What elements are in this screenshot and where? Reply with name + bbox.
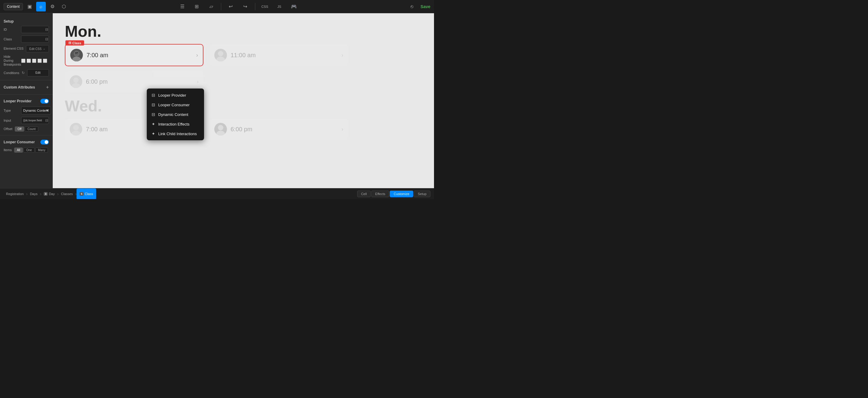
breadcrumb-days[interactable]: Days [27,189,40,199]
sidebar-toggle-button[interactable]: ▣ [25,2,34,11]
topbar-left: Content ▣ ⌕ ⚙ ⬡ [4,2,69,11]
avatar-3 [70,75,82,88]
avatar-1 [70,49,83,61]
id-icon-button[interactable]: ⊟ [45,27,48,32]
setup-bottom-button[interactable]: Setup [414,191,430,197]
canvas: Mon. ⊟ Class [53,13,434,188]
avatar-2 [214,49,227,61]
shield-button[interactable]: ⬡ [59,2,69,11]
context-menu-item-link-child[interactable]: ✦ Link Child Interactions [147,129,204,138]
desktop-icon[interactable]: ⬜ [27,59,31,63]
redo-icon: ↪ [243,4,247,9]
customize-button[interactable]: Customize [390,191,413,197]
hide-breakpoints-row: Hide During Breakpoints ⬜ ⬜ ⬜ ⬜ ⬜ [0,54,53,68]
items-one-button[interactable]: One [24,147,35,153]
breadcrumb-class-label: Class [85,192,93,196]
sidebar: Setup ID ⊟ Class ⊟ Element CSS Edit CSS … [0,13,53,188]
monday-1100am-chevron: › [341,52,343,58]
class-input[interactable] [21,36,49,43]
desktop-lg-icon[interactable]: ⬜ [21,59,26,63]
class-icon-button[interactable]: ⊟ [45,37,48,41]
settings-button[interactable]: ⚙ [48,2,57,11]
id-input[interactable] [21,26,49,33]
undo-icon: ↩ [229,4,233,9]
sidebar-icon: ▣ [27,4,32,9]
breakpoint-icons: ⬜ ⬜ ⬜ ⬜ ⬜ [21,59,49,63]
context-dynamic-content-label: Dynamic Content [158,112,188,117]
type-select[interactable]: Dynamic Content [21,107,51,114]
js-button[interactable]: JS [275,2,284,11]
content-button[interactable]: Content [4,3,23,10]
class-badge: ⊟ Class [65,40,84,45]
edit-css-button[interactable]: Edit CSS → [26,45,49,53]
wednesday-title: Wed. [65,97,422,115]
breadcrumb-classes-label: Classes [61,192,73,196]
tablet-portrait-icon[interactable]: ⬜ [37,59,42,63]
divider-looper [0,135,53,135]
hamburger-button[interactable]: ☰ [178,2,187,11]
monday-title: Mon. [65,22,422,40]
topbar-center-icons: ⊞ ▱ [192,2,216,11]
gamepad-button[interactable]: 🎮 [289,2,299,11]
topbar-right: ⎋ Save [407,2,430,11]
breadcrumb-day[interactable]: 3 Day [41,189,57,199]
tablet-view-button[interactable]: ▱ [207,2,216,11]
context-menu-item-looper-provider[interactable]: ⊟ Looper Provider [147,90,204,100]
divider-1 [221,3,221,10]
cell-button[interactable]: Cell [357,191,371,197]
search-button[interactable]: ⌕ [36,2,46,11]
breadcrumb-registration-label: Registration [6,192,24,196]
undo-button[interactable]: ↩ [226,2,236,11]
conditions-edit-button[interactable]: Edit [27,69,49,76]
looper-consumer-header: Looper Consumer [0,138,53,146]
offset-row: Offset Off Count [0,125,53,133]
hamburger-icon: ☰ [180,4,184,9]
effects-button[interactable]: Effects [371,191,389,197]
save-button[interactable]: Save [421,4,430,9]
avatar-4 [70,123,82,135]
looper-consumer-toggle[interactable] [40,140,49,144]
offset-label: Offset [4,127,12,131]
context-menu-item-looper-consumer[interactable]: ⊟ Looper Consumer [147,100,204,109]
custom-attributes-title: Custom Attributes [4,85,35,90]
bottom-right-buttons: Cell Effects Customize Setup [357,191,430,197]
input-field[interactable] [21,117,49,124]
offset-buttons: Off Count [15,127,38,132]
wednesday-600pm-card[interactable]: 6:00 pm › [210,119,348,140]
items-all-button[interactable]: All [14,147,23,153]
looper-provider-toggle[interactable] [40,99,49,104]
looper-provider-title: Looper Provider [4,99,32,103]
breadcrumb-day-label: Day [49,192,55,196]
refresh-icon[interactable]: ↻ [22,71,25,75]
items-many-button[interactable]: Many [35,147,48,153]
context-menu-item-interaction-effects[interactable]: ✦ Interaction Effects [147,119,204,129]
monday-700am-card[interactable]: ⊟ Class 7:00 am › [65,44,204,66]
items-row: Items All One Many [0,146,53,154]
svg-point-4 [77,52,79,54]
looper-provider-header: Looper Provider [0,97,53,105]
gamepad-icon: 🎮 [291,4,297,9]
mobile-icon[interactable]: ⬜ [43,59,47,63]
input-label: Input [4,119,19,122]
add-element-button[interactable]: ⊞ [192,2,202,11]
divider-2 [255,3,255,10]
redo-button[interactable]: ↪ [241,2,250,11]
offset-count-button[interactable]: Count [25,127,38,132]
input-row: Input ⊟ [0,115,53,125]
add-attribute-button[interactable]: + [46,85,49,90]
breadcrumb-class[interactable]: 5 Class [76,189,96,199]
context-menu-item-dynamic-content[interactable]: ⊟ Dynamic Content [147,109,204,119]
breadcrumb-days-label: Days [30,192,37,196]
hide-breakpoints-label: Hide During Breakpoints [4,55,19,67]
monday-600pm-time: 6:00 pm [86,78,193,85]
monday-1100am-card[interactable]: 11:00 am › [210,44,348,66]
link-child-icon: ✦ [152,131,155,136]
offset-off-button[interactable]: Off [15,127,24,132]
items-buttons: All One Many [14,147,48,153]
css-button[interactable]: CSS [260,2,270,11]
breadcrumb-registration[interactable]: Registration [4,189,26,199]
external-link-button[interactable]: ⎋ [407,2,417,11]
input-icon-button[interactable]: ⊟ [45,118,48,123]
tablet-landscape-icon[interactable]: ⬜ [32,59,36,63]
breadcrumb-classes[interactable]: Classes [59,189,75,199]
